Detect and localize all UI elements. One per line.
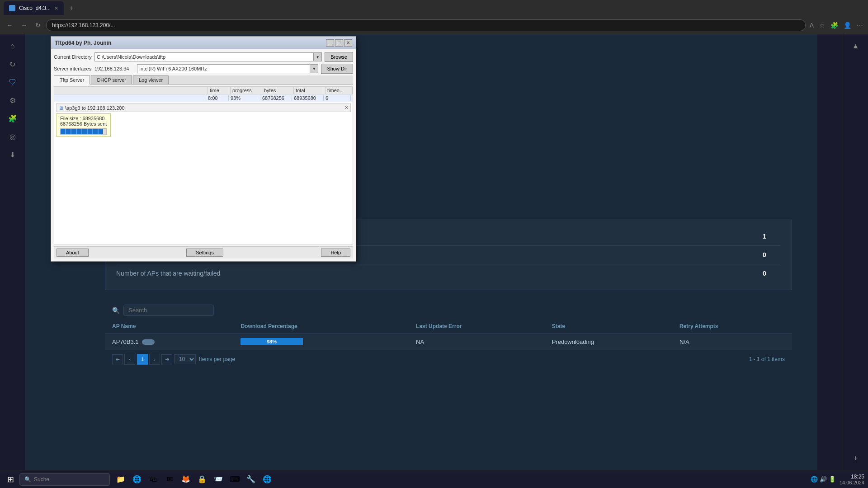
address-bar-row: ← → ↻ A ☆ 🧩 👤 ⋯ xyxy=(0,16,868,34)
taskbar-app-firefox[interactable]: 🦊 xyxy=(179,472,193,487)
tftp-showdir-button[interactable]: Show Dir xyxy=(321,64,353,74)
tftp-title: Tftpd64 by Ph. Jounin xyxy=(55,40,111,46)
sidebar-icon-settings[interactable]: ⚙ xyxy=(5,92,21,108)
cell-ap-name: AP70B3.1 xyxy=(105,333,233,350)
tftp-browse-button[interactable]: Browse xyxy=(325,52,353,62)
pagination-controls: ⇤ ‹ 1 › ⇥ 10 25 50 Items per page xyxy=(112,354,235,365)
tftp-tab-server[interactable]: Tftp Server xyxy=(54,75,90,84)
tftp-interface-adapter-input[interactable] xyxy=(137,64,310,73)
sidebar-icon-download[interactable]: ⬇ xyxy=(5,146,21,163)
col-state: State xyxy=(545,319,672,333)
sidebar-icon-refresh[interactable]: ↻ xyxy=(5,56,21,72)
close-tab-button[interactable]: ✕ xyxy=(54,5,58,11)
transfer-item-header: 🖥 \ap3g3 to 192.168.123.200 ✕ xyxy=(56,103,351,112)
translate-icon[interactable]: A xyxy=(808,20,815,30)
tftp-tabs: Tftp Server DHCP server Log viewer xyxy=(54,75,353,84)
tab-favicon xyxy=(9,5,15,11)
sidebar-icon-shield[interactable]: 🛡 xyxy=(5,74,21,90)
taskbar-app-files[interactable]: 📁 xyxy=(113,472,128,487)
forward-button[interactable]: → xyxy=(18,20,30,30)
taskbar-search[interactable]: 🔍 Suche xyxy=(19,473,110,486)
tftp-col-total: total xyxy=(294,87,326,94)
taskbar-app-mail[interactable]: ✉ xyxy=(162,472,177,487)
system-icons: 🌐 🔊 🔋 xyxy=(811,476,836,483)
reload-button[interactable]: ↻ xyxy=(33,20,43,30)
sidebar-icon-puzzle[interactable]: 🧩 xyxy=(5,110,21,127)
address-input[interactable] xyxy=(46,19,806,31)
back-button[interactable]: ← xyxy=(4,20,15,30)
tftp-settings-button[interactable]: Settings xyxy=(186,249,223,257)
tftp-close-button[interactable]: ✕ xyxy=(344,39,352,47)
tftp-tab-dhcp[interactable]: DHCP server xyxy=(91,75,132,84)
tftp-directory-label: Current Directory xyxy=(54,54,94,60)
col-ap-name: AP Name xyxy=(105,319,233,333)
right-panel-icon-scroll-up[interactable]: ▲ xyxy=(848,38,864,54)
tftp-titlebar: Tftpd64 by Ph. Jounin _ □ ✕ xyxy=(51,37,356,49)
page-prev-button[interactable]: ‹ xyxy=(124,354,135,365)
tooltip-filesize: File size : 68935680 xyxy=(60,116,107,121)
tftp-interfaces-label: Server interfaces xyxy=(54,66,94,71)
profile-icon[interactable]: 👤 xyxy=(842,20,853,30)
volume-icon[interactable]: 🔊 xyxy=(820,476,827,483)
tftp-col-file xyxy=(54,87,208,94)
tab-bar: Cisco_d4:3... ✕ + xyxy=(0,0,77,16)
stat-failed-value: 0 xyxy=(763,270,781,277)
table-section: 🔍 AP Name Download Percentage Last Updat… xyxy=(105,301,792,369)
settings-icon[interactable]: ⋯ xyxy=(855,20,864,30)
table-row: AP70B3.1 98% NA Predownloading N/A xyxy=(105,333,792,350)
page-next-button[interactable]: › xyxy=(149,354,160,365)
tftp-footer: About Settings Help xyxy=(54,246,353,258)
tftp-help-button[interactable]: Help xyxy=(321,249,350,257)
main-area: ⌂ ↻ 🛡 ⚙ 🧩 ◎ ⬇ Number of APs Currently Be… xyxy=(0,34,868,488)
taskbar-clock[interactable]: 18:25 14.06.2024 xyxy=(840,474,864,485)
page-1-button[interactable]: 1 xyxy=(137,354,148,365)
stat-row-failed: Number of APs that are waiting/failed 0 xyxy=(116,264,781,282)
tftp-data-row: 8:00 93% 68768256 68935680 6 xyxy=(54,94,353,102)
pagination-total: 1 - 1 of 1 items xyxy=(749,356,785,362)
tftp-directory-input[interactable] xyxy=(94,52,314,61)
sidebar-icon-circle[interactable]: ◎ xyxy=(5,128,21,145)
per-page-select[interactable]: 10 25 50 xyxy=(174,354,196,364)
tftp-data-cell-total: 68935680 xyxy=(292,95,324,101)
start-button[interactable]: ⊞ xyxy=(4,473,18,486)
cell-retry: N/A xyxy=(672,333,792,350)
transfer-close-button[interactable]: ✕ xyxy=(344,105,349,111)
taskbar-app-terminal[interactable]: ⌨ xyxy=(227,472,242,487)
extensions-icon[interactable]: 🧩 xyxy=(829,20,840,30)
taskbar-app-cisco[interactable]: 🔧 xyxy=(244,472,258,487)
col-last-error: Last Update Error xyxy=(409,319,545,333)
tftp-tab-log[interactable]: Log viewer xyxy=(133,75,169,84)
tftp-directory-dropdown[interactable]: ▼ xyxy=(314,52,322,61)
search-icon: 🔍 xyxy=(112,307,120,314)
sidebar-icon-home[interactable]: ⌂ xyxy=(5,38,21,54)
page-first-button[interactable]: ⇤ xyxy=(112,354,123,365)
taskbar-app-browser[interactable]: 🌐 xyxy=(260,472,274,487)
tftp-minimize-button[interactable]: _ xyxy=(326,39,334,47)
search-input[interactable] xyxy=(123,305,214,316)
tftp-interface-dropdown[interactable]: ▼ xyxy=(310,64,318,73)
tftp-about-button[interactable]: About xyxy=(57,249,89,257)
tftp-maximize-button[interactable]: □ xyxy=(335,39,343,47)
taskbar-apps: 📁 🌐 🛍 ✉ 🦊 🔒 📨 ⌨ 🔧 🌐 xyxy=(113,472,274,487)
active-tab[interactable]: Cisco_d4:3... ✕ xyxy=(4,1,64,15)
bookmark-icon[interactable]: ☆ xyxy=(818,20,826,30)
tftp-col-bytes: bytes xyxy=(262,87,294,94)
col-download-pct: Download Percentage xyxy=(233,319,409,333)
taskbar-app-telegram[interactable]: 📨 xyxy=(211,472,226,487)
network-icon[interactable]: 🌐 xyxy=(811,476,818,483)
taskbar-app-security[interactable]: 🔒 xyxy=(195,472,209,487)
battery-icon[interactable]: 🔋 xyxy=(829,476,836,483)
right-panel-icon-plus[interactable]: + xyxy=(848,450,864,466)
tftp-interfaces-row: Server interfaces 192.168.123.34 ▼ Show … xyxy=(54,64,353,74)
taskbar-app-store[interactable]: 🛍 xyxy=(146,472,160,487)
pagination-row: ⇤ ‹ 1 › ⇥ 10 25 50 Items per page 1 - 1 … xyxy=(105,350,792,369)
tftp-body: Current Directory ▼ Browse Server interf… xyxy=(51,49,356,261)
items-per-page-label: Items per page xyxy=(199,356,235,362)
browser-chrome: Cisco_d4:3... ✕ + xyxy=(0,0,868,16)
tftp-data-cell-file xyxy=(56,95,206,101)
taskbar-app-edge[interactable]: 🌐 xyxy=(130,472,144,487)
right-panel: ▲ + ▼ xyxy=(843,34,868,488)
progress-fill: 98% xyxy=(241,338,302,345)
new-tab-button[interactable]: + xyxy=(66,2,77,14)
page-last-button[interactable]: ⇥ xyxy=(161,354,172,365)
